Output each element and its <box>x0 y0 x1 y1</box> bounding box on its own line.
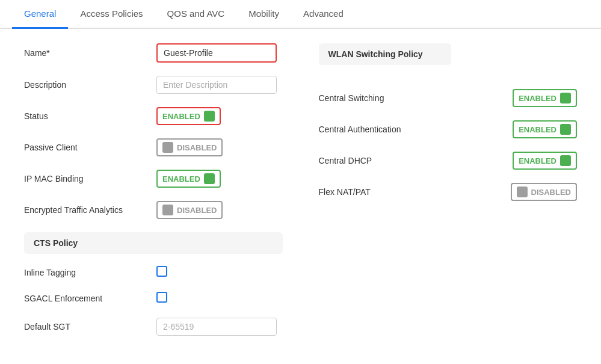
central-switching-label: Central Switching <box>319 93 439 103</box>
name-label: Name* <box>24 48 156 58</box>
central-dhcp-toggle-label: ENABLED <box>519 156 556 165</box>
central-dhcp-row: Central DHCP ENABLED <box>319 152 578 170</box>
central-auth-toggle[interactable]: ENABLED <box>513 120 577 138</box>
wlan-switching-header: WLAN Switching Policy <box>319 43 451 65</box>
status-toggle-indicator <box>204 111 215 122</box>
passive-client-toggle[interactable]: DISABLED <box>156 138 223 156</box>
eta-label: Encrypted Traffic Analytics <box>24 205 156 215</box>
description-label: Description <box>24 80 156 90</box>
passive-client-toggle-label: DISABLED <box>177 143 217 152</box>
sgacl-row: SGACL Enforcement <box>24 292 283 304</box>
central-dhcp-label: Central DHCP <box>319 156 439 165</box>
flex-nat-indicator <box>517 187 528 197</box>
central-auth-control: ENABLED <box>439 120 578 138</box>
default-sgt-label: Default SGT <box>24 322 156 332</box>
central-dhcp-control: ENABLED <box>439 152 578 170</box>
tab-mobility[interactable]: Mobility <box>236 0 291 29</box>
tabs-bar: General Access Policies QOS and AVC Mobi… <box>0 0 601 29</box>
name-row: Name* <box>24 43 283 63</box>
default-sgt-input[interactable] <box>156 318 277 336</box>
central-switching-indicator <box>560 93 571 103</box>
central-dhcp-indicator <box>560 155 571 166</box>
inline-tagging-control <box>156 266 283 279</box>
status-row: Status ENABLED <box>24 107 283 125</box>
name-field-wrapper <box>156 43 283 63</box>
status-control: ENABLED <box>156 107 283 125</box>
description-input[interactable] <box>156 76 277 94</box>
central-auth-label: Central Authentication <box>319 125 439 134</box>
passive-client-label: Passive Client <box>24 143 156 152</box>
passive-client-control: DISABLED <box>156 138 283 156</box>
central-dhcp-toggle[interactable]: ENABLED <box>513 152 577 170</box>
name-input[interactable] <box>156 43 277 63</box>
status-label: Status <box>24 111 156 121</box>
description-field-wrapper <box>156 76 283 94</box>
flex-nat-row: Flex NAT/PAT DISABLED <box>319 183 578 201</box>
flex-nat-toggle-label: DISABLED <box>531 188 571 197</box>
central-switching-row: Central Switching ENABLED <box>319 89 578 107</box>
sgacl-control <box>156 292 283 304</box>
default-sgt-row: Default SGT <box>24 318 283 336</box>
status-toggle[interactable]: ENABLED <box>156 107 221 125</box>
central-auth-toggle-label: ENABLED <box>519 125 556 134</box>
tab-advanced[interactable]: Advanced <box>291 0 356 29</box>
tab-general[interactable]: General <box>12 0 68 29</box>
flex-nat-toggle[interactable]: DISABLED <box>511 183 577 201</box>
eta-control: DISABLED <box>156 201 283 219</box>
central-auth-row: Central Authentication ENABLED <box>319 120 578 138</box>
inline-tagging-row: Inline Tagging <box>24 266 283 279</box>
default-sgt-control <box>156 318 283 336</box>
passive-client-indicator <box>162 142 173 153</box>
central-switching-toggle-label: ENABLED <box>519 94 556 103</box>
ip-mac-label: IP MAC Binding <box>24 174 156 184</box>
tab-qos-avc[interactable]: QOS and AVC <box>155 0 237 29</box>
cts-section-header: CTS Policy <box>24 232 283 254</box>
central-switching-toggle[interactable]: ENABLED <box>513 89 577 107</box>
flex-nat-control: DISABLED <box>439 183 578 201</box>
flex-nat-label: Flex NAT/PAT <box>319 187 439 197</box>
ip-mac-control: ENABLED <box>156 170 283 188</box>
main-container: General Access Policies QOS and AVC Mobi… <box>0 0 601 364</box>
eta-toggle-label: DISABLED <box>177 206 217 215</box>
eta-indicator <box>162 205 173 215</box>
central-auth-indicator <box>560 124 571 135</box>
ip-mac-row: IP MAC Binding ENABLED <box>24 170 283 188</box>
eta-row: Encrypted Traffic Analytics DISABLED <box>24 201 283 219</box>
ip-mac-indicator <box>204 173 215 184</box>
sgacl-label: SGACL Enforcement <box>24 294 156 303</box>
tab-access-policies[interactable]: Access Policies <box>68 0 155 29</box>
inline-tagging-label: Inline Tagging <box>24 268 156 277</box>
right-panel: WLAN Switching Policy Central Switching … <box>319 43 578 349</box>
content-area: Name* Description Status ENABLED <box>0 29 601 363</box>
ip-mac-toggle-label: ENABLED <box>162 174 200 184</box>
sgacl-checkbox[interactable] <box>156 292 167 303</box>
description-row: Description <box>24 76 283 94</box>
passive-client-row: Passive Client DISABLED <box>24 138 283 156</box>
inline-tagging-checkbox[interactable] <box>156 266 167 277</box>
ip-mac-toggle[interactable]: ENABLED <box>156 170 221 188</box>
status-toggle-label: ENABLED <box>162 112 200 121</box>
left-panel: Name* Description Status ENABLED <box>24 43 283 349</box>
eta-toggle[interactable]: DISABLED <box>156 201 223 219</box>
central-switching-control: ENABLED <box>439 89 578 107</box>
